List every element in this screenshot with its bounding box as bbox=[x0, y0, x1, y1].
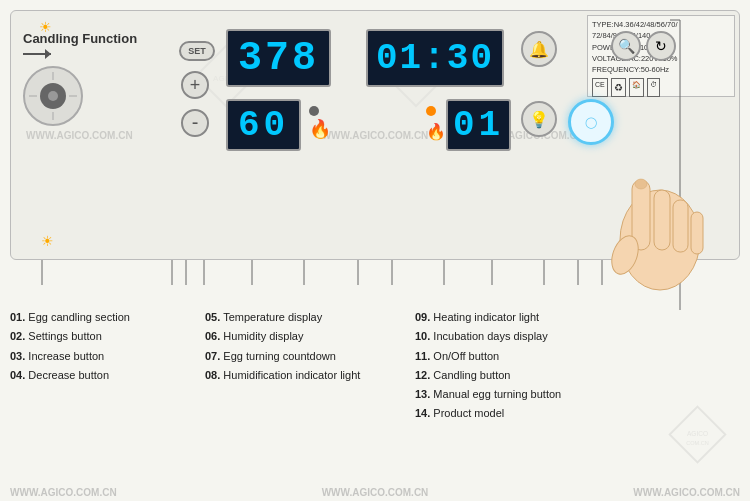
onoff-button[interactable]: ◯ bbox=[568, 99, 614, 145]
bulb-icon: 💡 bbox=[521, 101, 557, 137]
panel-watermark-left: WWW.AGICO.COM.CN bbox=[26, 130, 133, 141]
incubation-days-display: 01 bbox=[446, 99, 511, 151]
desc-col3: 09. Heating indicator light 10. Incubati… bbox=[415, 308, 645, 424]
desc-item-01: 01. Egg candling section bbox=[10, 308, 200, 327]
desc-item-02: 02. Settings button bbox=[10, 327, 200, 346]
bottom-watermark-center: WWW.AGICO.COM.CN bbox=[322, 487, 429, 498]
sun-bottom-icon: ☀ bbox=[41, 233, 54, 249]
speaker-icon: 🔔 bbox=[521, 31, 557, 67]
desc-item-12: 12. Candling button bbox=[415, 366, 645, 385]
humidity-display: 60 bbox=[226, 99, 301, 151]
diamond-watermark-desc: AGICO COM.CN bbox=[665, 402, 730, 471]
desc-item-14: 14. Product model bbox=[415, 404, 645, 423]
increase-button[interactable]: + bbox=[181, 71, 209, 99]
time-display: 01:30 bbox=[366, 29, 504, 87]
desc-item-05: 05. Temperature display bbox=[205, 308, 405, 327]
desc-item-08: 08. Humidification indicator light bbox=[205, 366, 405, 385]
main-panel: WWW.AGICO.COM.CN WWW.AGICO.COM.CN WWW.AG… bbox=[10, 10, 740, 260]
bottom-watermark-left: WWW.AGICO.COM.CN bbox=[10, 487, 117, 498]
desc-col1: 01. Egg candling section 02. Settings bu… bbox=[10, 308, 200, 385]
humidification-indicator: 🔥 bbox=[309, 106, 331, 138]
desc-item-09: 09. Heating indicator light bbox=[415, 308, 645, 327]
svg-text:AGICO: AGICO bbox=[687, 430, 708, 437]
desc-item-03: 03. Increase button bbox=[10, 347, 200, 366]
sun-top-icon: ☀ bbox=[39, 19, 52, 35]
desc-item-10: 10. Incubation days display bbox=[415, 327, 645, 346]
svg-text:COM.CN: COM.CN bbox=[686, 440, 709, 446]
heating-indicator: 🔥 bbox=[426, 106, 446, 140]
manual-egg-turning-button[interactable]: ↻ bbox=[646, 31, 676, 61]
desc-item-04: 04. Decrease button bbox=[10, 366, 200, 385]
callout-numbers-area: 01 02 03 04 05 06 07 08 09 10 11 12 13 1… bbox=[0, 275, 750, 305]
desc-item-07: 07. Egg turning countdown bbox=[205, 347, 405, 366]
desc-item-06: 06. Humidity display bbox=[205, 327, 405, 346]
description-area: 01. Egg candling section 02. Settings bu… bbox=[10, 308, 740, 481]
desc-col2: 05. Temperature display 06. Humidity dis… bbox=[205, 308, 405, 385]
temperature-display: 378 bbox=[226, 29, 331, 87]
candling-button[interactable]: 🔍 bbox=[611, 31, 641, 61]
egg-candling-section bbox=[23, 66, 83, 126]
settings-button[interactable]: SET bbox=[179, 41, 215, 61]
bottom-watermark-right: WWW.AGICO.COM.CN bbox=[633, 487, 740, 498]
decrease-button[interactable]: - bbox=[181, 109, 209, 137]
desc-item-13: 13. Manual egg turning button bbox=[415, 385, 645, 404]
desc-item-11: 11. On/Off button bbox=[415, 347, 645, 366]
panel-watermark-center: WWW.AGICO.COM.CN bbox=[322, 130, 429, 141]
